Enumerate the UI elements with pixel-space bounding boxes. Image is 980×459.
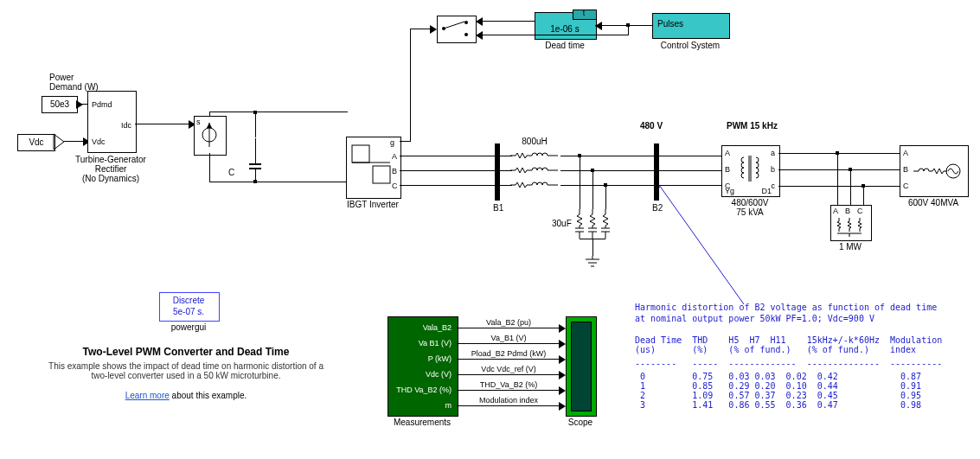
- ibgt-port-a: A: [392, 152, 397, 161]
- xfmr-a: A: [725, 149, 730, 157]
- svg-marker-10: [430, 25, 437, 34]
- example-title: Two-Level PWM Converter and Dead Time: [35, 346, 337, 358]
- xfmr-name: 480/600V 75 kVA: [718, 198, 782, 217]
- xfmr-b: B: [725, 165, 730, 174]
- control-pulses: Pulses: [657, 19, 683, 29]
- svg-marker-17: [476, 31, 483, 40]
- load1mw-b: B: [845, 207, 850, 215]
- dead-time-name: Dead time: [535, 41, 595, 50]
- src-name: 600V 40MVA: [894, 198, 972, 207]
- src-a: A: [903, 149, 908, 157]
- powergui-mode: Discrete: [159, 296, 218, 305]
- powergui-step: 5e-07 s.: [159, 307, 218, 316]
- learn-more-line: Learn more about this example.: [35, 391, 337, 400]
- meas-p0: Vala_B2: [389, 323, 452, 332]
- table-cols: Dead Time THD H5 H7 H11 15kHz+/-k*60Hz M…: [635, 335, 952, 354]
- sig2: Pload_B2 Pdmd (kW): [465, 349, 552, 358]
- transformer-icon: [739, 156, 761, 185]
- xfmr-yg: Yg: [725, 187, 734, 195]
- load-icon: [836, 218, 865, 237]
- svg-marker-6: [207, 123, 212, 128]
- src-c: C: [903, 182, 909, 190]
- table-rows: 0 0.75 0.03 0.03 0.02 0.42 0.87 1 0.85 0…: [635, 372, 921, 410]
- powergui-name: powergui: [159, 322, 218, 332]
- svg-point-12: [464, 21, 468, 24]
- xfmr-d1: D1: [753, 187, 772, 195]
- svg-marker-38: [559, 340, 566, 348]
- sig5: Modulation index: [465, 396, 552, 405]
- port-pdmd: Pdmd: [92, 100, 112, 109]
- scope-name: Scope: [560, 418, 600, 427]
- svg-marker-42: [559, 402, 566, 411]
- power-demand-constant[interactable]: 50e3: [42, 96, 78, 113]
- ibgt-port-g: g: [390, 138, 394, 147]
- inductor-label: 800uH: [509, 137, 560, 146]
- svg-rect-8: [373, 166, 390, 183]
- svg-marker-15: [476, 17, 483, 26]
- example-desc: This example shows the impact of dead ti…: [35, 361, 337, 380]
- svg-point-13: [464, 33, 468, 36]
- meas-p3: Vdc (V): [389, 370, 452, 379]
- sig1: Va_B1 (V): [465, 334, 552, 342]
- svg-marker-39: [559, 355, 566, 364]
- svg-marker-37: [559, 324, 566, 333]
- meas-p4: THD Va_B2 (%): [389, 386, 452, 394]
- sig0: Vala_B2 (pu): [465, 318, 552, 327]
- dead-time-t: t: [574, 9, 593, 17]
- sig3: Vdc Vdc_ref (V): [465, 365, 552, 373]
- pwm-label: PWM 15 kHz: [727, 121, 778, 131]
- port-vdc: Vdc: [92, 137, 106, 146]
- cap30-label: 30uF: [552, 219, 572, 228]
- meas-p1: Va B1 (V): [389, 339, 452, 347]
- power-demand-label: Power Demand (W): [49, 73, 99, 92]
- v480-label: 480 V: [640, 121, 663, 131]
- svg-marker-16: [595, 22, 602, 30]
- control-name: Control System: [652, 41, 728, 50]
- load1mw-a: A: [833, 207, 838, 215]
- cs-s: s: [196, 118, 201, 126]
- ibgt-name: IBGT Inverter: [342, 200, 404, 209]
- svg-marker-0: [76, 100, 83, 109]
- meas-p2: P (kW): [389, 354, 452, 363]
- learn-more-link[interactable]: Learn more: [125, 391, 170, 400]
- load1mw-name: 1 MW: [827, 242, 874, 252]
- load1mw-c: C: [857, 207, 863, 215]
- table-header1: Harmonic distortion of B2 voltage as fun…: [635, 303, 937, 312]
- power-demand-value: 50e3: [42, 99, 77, 109]
- vdc-text: Vdc: [18, 137, 54, 147]
- src-b: B: [903, 165, 908, 174]
- svg-marker-41: [559, 386, 566, 395]
- cap-c-label: C: [228, 168, 234, 177]
- rl-branch-icon: [510, 151, 562, 189]
- turbine-name: Turbine-Generator Rectifier (No Dynamics…: [67, 155, 154, 183]
- vdc-tag[interactable]: Vdc: [17, 134, 55, 151]
- table-sep: -------- ----- ------------- -----------…: [635, 359, 942, 368]
- svg-marker-40: [559, 371, 566, 379]
- dead-time-val: 1e-06 s: [535, 24, 595, 34]
- table-header2: at nominal output power 50kW PF=1.0; Vdc…: [635, 314, 874, 323]
- meas-p5: m: [389, 401, 452, 410]
- source-icon: [913, 161, 964, 182]
- ibgt-port-b: B: [392, 167, 397, 175]
- measurements-name: Measurements: [388, 418, 457, 427]
- ground-icon: [584, 256, 601, 268]
- svg-line-14: [444, 22, 464, 29]
- ibgt-port-c: C: [392, 182, 398, 190]
- port-idc: Idc: [111, 121, 131, 130]
- svg-rect-7: [352, 145, 369, 163]
- sig4: THD_Va_B2 (%): [465, 380, 552, 389]
- learn-after: about this example.: [170, 391, 247, 400]
- b1-label: B1: [493, 203, 503, 213]
- svg-marker-1: [54, 134, 64, 150]
